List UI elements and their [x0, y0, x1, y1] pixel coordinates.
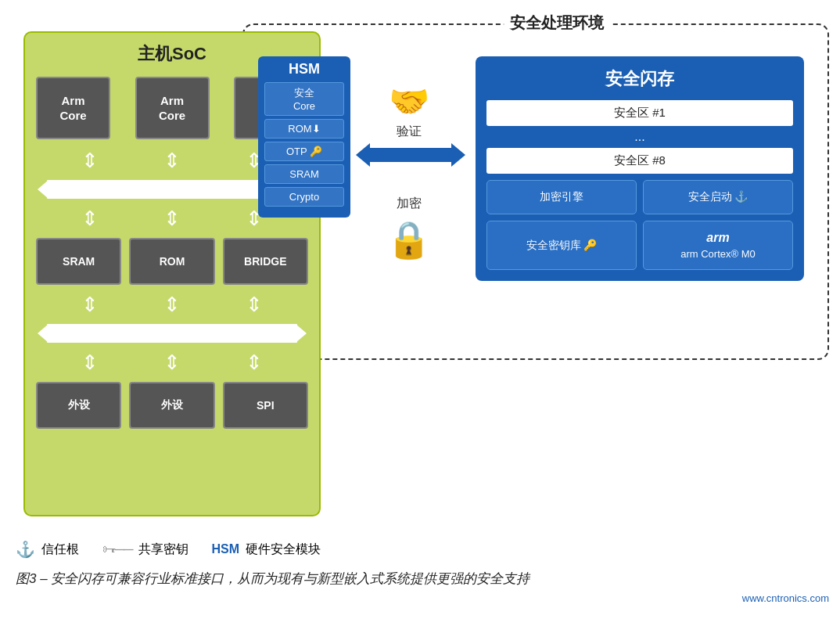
legend-key-item: 🗝── 共享密钥 [102, 541, 188, 558]
caption: 图3 – 安全闪存可兼容行业标准接口，从而为现有与新型嵌入式系统提供更强的安全支… [16, 568, 829, 589]
hsm-legend-label: HSM [212, 542, 240, 556]
arrow-body [370, 148, 451, 162]
secure-zone-dots: ... [486, 130, 793, 144]
mem-row: SRAM ROM BRIDGE [36, 238, 308, 285]
main-container: 安全处理环境 主机SoC ArmCore ArmCore ArmCore ⇕ ⇕… [16, 16, 829, 604]
encrypt-section: 加密 🔒 [356, 196, 461, 261]
crypto-engine-label: 加密引擎 [540, 190, 583, 204]
hsm-box: HSM 安全Core ROM⬇ OTP 🔑 SRAM Crypto [258, 56, 350, 218]
periph-1: 外设 [36, 382, 121, 429]
periph-row: 外设 外设 SPI [36, 382, 308, 429]
arm-core-2: ArmCore [135, 77, 210, 139]
arrow-v-4: ⇕ [81, 208, 99, 228]
arrow-right-head [451, 143, 465, 167]
arrow-v-8: ⇕ [163, 294, 181, 315]
horiz-bus-2 [47, 324, 297, 343]
arrows-section-3: ⇕ ⇕ ⇕ [36, 291, 308, 318]
handshake-icon: 🤝 [356, 82, 461, 121]
arrow-v-9: ⇕ [246, 294, 263, 315]
website: www.cntronics.com [16, 592, 829, 604]
arm-cortex-label: arm Cortex® M0 [680, 248, 756, 260]
arrow-v-12: ⇕ [246, 352, 263, 372]
key-icon: 🗝── [102, 541, 132, 558]
legend-hsm-item: HSM 硬件安全模块 [212, 541, 321, 558]
hsm-item-3: SRAM [264, 164, 344, 184]
arrow-v-7: ⇕ [81, 294, 99, 315]
verify-arrow [356, 143, 465, 167]
hsm-title: HSM [264, 61, 344, 77]
arm-brand: arm [706, 231, 729, 245]
encrypt-label: 加密 [397, 196, 422, 212]
hsm-item-2: OTP 🔑 [264, 142, 344, 161]
secure-flash-box: 安全闪存 安全区 #1 ... 安全区 #8 加密引擎 安全启动 ⚓ 安全密钥库… [476, 56, 804, 281]
anchor-label: 信任根 [41, 541, 79, 558]
arrow-v-2: ⇕ [163, 150, 181, 171]
legend: ⚓ 信任根 🗝── 共享密钥 HSM 硬件安全模块 [16, 540, 829, 559]
hsm-legend-desc: 硬件安全模块 [246, 541, 321, 558]
hsm-item-0: 安全Core [264, 82, 344, 116]
arrow-left-head [356, 143, 370, 167]
rom-block: ROM [129, 238, 214, 285]
anchor-icon: ⚓ [16, 540, 35, 559]
arm-cortex-m0: arm arm Cortex® M0 [643, 221, 793, 270]
crypto-engine: 加密引擎 [486, 180, 637, 214]
secure-flash-bottom: 加密引擎 安全启动 ⚓ 安全密钥库 🔑 arm arm Cortex® M0 [486, 180, 793, 270]
diagram-area: 安全处理环境 主机SoC ArmCore ArmCore ArmCore ⇕ ⇕… [16, 16, 829, 532]
lock-icon: 🔒 [386, 218, 431, 261]
secure-boot-label: 安全启动 ⚓ [688, 190, 748, 204]
hsm-item-1: ROM⬇ [264, 119, 344, 139]
arrow-v-1: ⇕ [81, 150, 99, 171]
arrow-v-11: ⇕ [163, 352, 181, 372]
secure-env-label: 安全处理环境 [504, 13, 610, 34]
secure-flash-title: 安全闪存 [486, 67, 793, 91]
secure-zone-8: 安全区 #8 [486, 148, 793, 174]
arrow-v-10: ⇕ [81, 352, 99, 372]
secure-zone-1: 安全区 #1 [486, 100, 793, 126]
legend-anchor-item: ⚓ 信任根 [16, 540, 79, 559]
secure-keystore: 安全密钥库 🔑 [486, 221, 637, 270]
arrows-section-4: ⇕ ⇕ ⇕ [36, 349, 308, 376]
arm-core-1: ArmCore [36, 77, 110, 139]
secure-keystore-label: 安全密钥库 🔑 [526, 239, 598, 253]
hsm-item-4: Crypto [264, 187, 344, 207]
spi-block: SPI [223, 382, 308, 429]
key-label: 共享密钥 [138, 541, 188, 558]
periph-2: 外设 [129, 382, 214, 429]
secure-boot: 安全启动 ⚓ [643, 180, 793, 214]
verify-label: 验证 [356, 124, 461, 140]
sram-block: SRAM [36, 238, 121, 285]
arrow-v-5: ⇕ [163, 208, 181, 228]
verify-section: 🤝 验证 [356, 82, 461, 167]
bridge-block: BRIDGE [223, 238, 308, 285]
